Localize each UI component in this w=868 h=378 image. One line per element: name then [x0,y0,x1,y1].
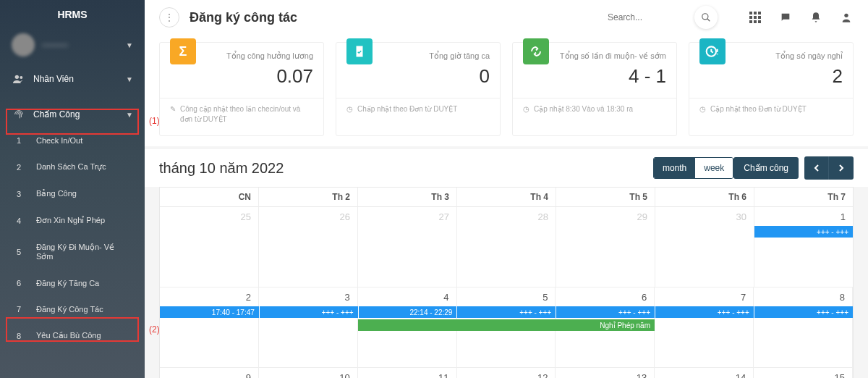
day-cell[interactable]: 12 [457,368,556,378]
sidebar-item-employees[interactable]: Nhân Viên ▼ [0,67,145,91]
svg-point-0 [15,75,19,79]
svg-rect-10 [749,20,752,23]
chevron-down-icon: ▼ [126,41,133,49]
svg-point-1 [20,76,22,79]
search-input[interactable] [608,12,694,22]
dow-cell: Th 5 [556,188,655,207]
main-area: ⋮ Đăng ký công tác Σ Tổng công hưởng lươ… [145,0,868,378]
event-bar[interactable]: +++ - +++ [259,306,358,318]
sidebar-sub-compensate[interactable]: 8Yêu Cầu Bù Công [0,322,145,349]
dow-cell: CN [160,188,259,207]
dow-row: CN Th 2 Th 3 Th 4 Th 5 Th 6 Th 7 [160,188,853,207]
day-cell[interactable]: 9 [160,368,259,378]
clock-icon: ◷ [699,104,706,114]
search-button[interactable] [694,6,718,29]
svg-point-2 [702,14,708,20]
topbar: ⋮ Đăng ký công tác [145,0,868,38]
event-bar[interactable]: +++ - +++ [556,306,655,318]
calendar-grid: CN Th 2 Th 3 Th 4 Th 5 Th 6 Th 7 25 26 2… [159,187,854,378]
week-row: 9 10 11 12 13 14 15 [160,368,853,378]
calendar-title: tháng 10 năm 2022 [159,160,653,177]
clock-icon: ◷ [523,104,529,114]
event-bar[interactable]: +++ - +++ [456,306,556,318]
sidebar-sub-businesstrip[interactable]: 7Đăng Ký Công Tác [0,296,145,322]
day-cell[interactable]: 15 [754,368,853,378]
view-month-button[interactable]: month [654,158,695,178]
sidebar-sub-leave[interactable]: 4Đơn Xin Nghỉ Phép [0,207,145,234]
attendance-button[interactable]: Chấm công [733,157,799,179]
stat-card-late: Tổng số lần đi muộn- về sớm 4 - 1 ◷Cập n… [512,42,677,136]
sidebar-sub-checkinout[interactable]: 1Check In/Out [0,127,145,154]
view-switcher: month week [653,157,733,179]
profile-icon[interactable] [839,10,854,25]
day-cell[interactable]: 28 [457,207,556,287]
svg-rect-12 [758,20,761,23]
day-cell[interactable]: 10 [259,368,358,378]
stats-row: Σ Tổng công hưởng lương 0.07 ✎Công cập n… [145,38,868,146]
edit-icon: ✎ [170,104,176,114]
sidebar-sub-overtime[interactable]: 6Đăng Ký Tăng Ca [0,270,145,296]
event-bar-leave[interactable]: Nghỉ Phép năm [358,319,655,331]
sidebar-sub-timesheet[interactable]: 3Bảng Công [0,180,145,207]
nav-label: Nhân Viên [33,74,126,84]
dow-cell: Th 6 [655,188,754,207]
stat-card-salary: Σ Tổng công hưởng lương 0.07 ✎Công cập n… [159,42,324,136]
day-cell[interactable]: 3 [259,287,358,367]
svg-rect-8 [754,16,757,19]
day-cell[interactable]: 25 [160,207,259,287]
avatar [12,33,35,56]
day-cell[interactable]: 7 [655,287,754,367]
day-cell[interactable]: 1 +++ - +++ [754,207,853,287]
nav-label: Chấm Công [33,109,126,119]
day-cell[interactable]: 29 [556,207,655,287]
day-cell[interactable]: 26 [259,207,358,287]
day-cell[interactable]: 11 [358,368,457,378]
dow-cell: Th 3 [358,188,457,207]
day-cell[interactable]: 13 [556,368,655,378]
file-check-icon [346,38,373,64]
calendar-toolbar: tháng 10 năm 2022 month week Chấm công [145,149,868,187]
chevron-right-icon [838,164,845,172]
chevron-down-icon: ▼ [126,75,133,83]
hint-1: (1) [149,116,160,126]
day-cell[interactable]: 27 [358,207,457,287]
next-button[interactable] [829,156,854,180]
sidebar: HRMS ——— ▼ Nhân Viên ▼ Chấm Công ▼ 1Chec… [0,0,145,378]
event-bar[interactable]: +++ - +++ [754,226,853,238]
svg-rect-5 [754,12,757,14]
svg-rect-6 [758,12,761,14]
prev-button[interactable] [804,156,829,180]
apps-icon[interactable] [748,10,762,25]
dow-cell: Th 2 [259,188,358,207]
brand-title: HRMS [0,0,145,26]
user-menu[interactable]: ——— ▼ [0,26,145,67]
users-icon [12,75,26,83]
svg-rect-11 [754,20,757,23]
event-bar[interactable]: 17:40 - 17:47 [160,306,259,318]
dow-cell: Th 7 [754,188,853,207]
sidebar-sub-lateearly[interactable]: 5Đăng Ký Đi Muộn- Về Sớm [0,234,145,270]
svg-line-3 [707,19,710,22]
day-cell[interactable]: 30 [655,207,754,287]
svg-rect-9 [758,16,761,19]
day-cell[interactable]: 8 [754,287,853,367]
search-icon [701,12,711,22]
more-menu-button[interactable]: ⋮ [159,7,179,28]
event-bar[interactable]: +++ - +++ [754,306,853,318]
user-name: ——— [42,40,126,50]
event-bar[interactable]: 22:14 - 22:29 [358,306,457,318]
day-cell[interactable]: 14 [655,368,754,378]
bell-icon[interactable] [809,10,823,25]
sidebar-sub-shiftlist[interactable]: 2Danh Sách Ca Trực [0,154,145,180]
chat-icon[interactable] [778,10,793,25]
clock-alert-icon [699,38,726,64]
view-week-button[interactable]: week [695,158,733,178]
chevron-left-icon [813,164,820,172]
day-cell[interactable]: 2 [160,287,259,367]
event-bar[interactable]: +++ - +++ [655,306,754,318]
calendar-nav [804,156,854,180]
dow-cell: Th 4 [457,188,556,207]
page-title: Đăng ký công tác [190,10,608,25]
sidebar-item-attendance[interactable]: Chấm Công ▼ [0,101,145,127]
sync-icon [523,38,549,64]
